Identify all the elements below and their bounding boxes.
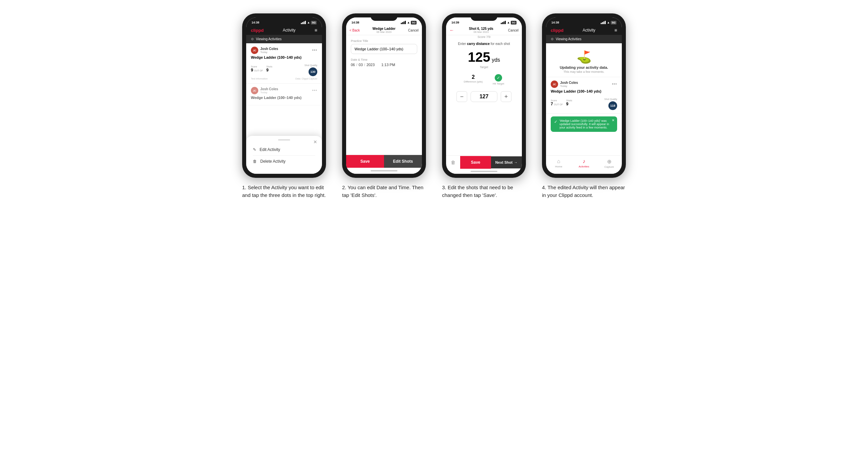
user-name-4: Josh Coles (560, 81, 578, 85)
back-arrow-3[interactable]: ← (450, 28, 454, 33)
outof-1: OUT OF (254, 69, 263, 72)
user-name-date-4: Josh Coles Today (560, 81, 578, 88)
phone-2-col: 14:38 ▲ 5G < Back (339, 13, 429, 199)
save-btn-2[interactable]: Save (346, 155, 384, 168)
viewing-activities-header-1: ⚙ Viewing Activities (246, 35, 322, 43)
metrics-row-3: 2 Difference (yds) ✓ Hit Target (446, 71, 522, 88)
s2-footer: Save Edit Shots (346, 155, 422, 168)
data-badge-4: 5G (611, 21, 616, 25)
menu-icon-4[interactable]: ≡ (615, 28, 617, 33)
avatar-4: JC (551, 81, 558, 88)
status-time-1: 14:38 (252, 21, 259, 24)
nav-bar-4: clippd Activity ≡ (546, 26, 622, 35)
status-icons-3: ▲ 5G (501, 21, 517, 25)
loading-title: Updating your activity data. (551, 65, 617, 69)
user-info-4: JC Josh Coles Today (551, 81, 578, 88)
score-group-1: Score 9 OUT OF (251, 65, 263, 72)
cancel-btn-3[interactable]: Cancel (508, 29, 519, 32)
phone-3-screen: 14:39 ▲ 5G ← (446, 18, 522, 174)
caption-2: 2. You can edit Date and Time. Then tap … (342, 184, 426, 199)
date-year[interactable]: 2023 (367, 63, 375, 67)
delete-icon: 🗑 (253, 159, 257, 164)
phone-4-col: 14:38 ▲ 5G clippd Act (539, 13, 629, 199)
caption-1: 1. Select the Activity you want to edit … (242, 184, 326, 199)
menu-icon-1[interactable]: ≡ (315, 28, 317, 33)
data-badge-3: 5G (511, 21, 517, 25)
distance-input[interactable] (470, 91, 497, 102)
hit-target-metric: ✓ Hit Target (493, 74, 504, 85)
signal-icon-4 (601, 21, 606, 24)
wifi-icon-1: ▲ (307, 21, 310, 24)
score-val-1: 9 (251, 68, 253, 72)
phone-1-frame: 14:38 ▲ 5G clippd Act (242, 13, 326, 178)
date-day[interactable]: 06 (351, 63, 355, 67)
delete-btn-3[interactable]: 🗑 (446, 156, 460, 169)
home-indicator-3 (446, 169, 522, 174)
three-dots-1[interactable]: ••• (312, 48, 317, 53)
nav-home[interactable]: ⌂ Home (546, 156, 571, 170)
edit-shots-btn[interactable]: Edit Shots (384, 155, 422, 168)
nav-bar-1: clippd Activity ≡ (246, 26, 322, 35)
nav-title-2: Wedge Ladder (373, 27, 396, 31)
user-date-1: Today (260, 51, 278, 54)
footer-left-1: Test Information (251, 77, 268, 80)
cancel-btn-2[interactable]: Cancel (408, 29, 418, 32)
shots-group-4: Shots 9 (566, 99, 572, 106)
nav-capture[interactable]: ⊕ Capture (597, 156, 622, 170)
card-top-row-2: JC Josh Coles Today ••• (251, 87, 317, 94)
score-outof-1: 9 OUT OF (251, 68, 263, 72)
sheet-handle-1 (278, 139, 290, 141)
date-time-label: Date & Time (351, 58, 417, 61)
nav-bar-3: ← Shot 6, 125 yds 06 Mar 2023 Cancel (446, 26, 522, 35)
edit-activity-item[interactable]: ✎ Edit Activity (253, 144, 315, 155)
shots-group-1: Shots 9 (266, 65, 272, 72)
activities-icon: ♪ (572, 158, 595, 164)
target-label-3: Target (446, 65, 522, 69)
phone-2-screen: 14:38 ▲ 5G < Back (346, 18, 422, 174)
nav-activities[interactable]: ♪ Activities (571, 156, 596, 170)
edit-activity-label: Edit Activity (259, 147, 280, 152)
status-icons-1: ▲ 5G (301, 21, 317, 25)
card-title-4: Wedge Ladder (100–140 yds) (551, 89, 617, 93)
avatar-1: JC (251, 46, 258, 54)
time-value[interactable]: 1:13 PM (381, 63, 395, 67)
score-outof-4: 7 OUT OF (551, 102, 563, 106)
bottom-sheet-1: ✕ ✎ Edit Activity 🗑 Delete Activity (246, 136, 322, 174)
user-info-2: JC Josh Coles Today (251, 87, 278, 94)
card-top-row-4: JC Josh Coles Today ••• (551, 81, 617, 88)
bottom-nav-4: ⌂ Home ♪ Activities ⊕ Capture (546, 155, 622, 170)
status-time-2: 14:38 (351, 21, 359, 24)
back-btn-2[interactable]: < Back (349, 29, 360, 32)
status-time-4: 14:38 (551, 21, 559, 24)
practice-title-input[interactable]: Wedge Ladder (100–140 yds) (351, 44, 417, 54)
increment-btn[interactable]: + (501, 91, 512, 102)
card-footer-1: Test Information Data: Clippd Capture (251, 77, 317, 80)
phone-1-col: 14:38 ▲ 5G clippd Act (239, 13, 329, 199)
sheet-close-btn[interactable]: ✕ (313, 139, 317, 145)
score-group-4: Score 7 OUT OF (551, 99, 563, 106)
phone-1-screen: 14:38 ▲ 5G clippd Act (246, 18, 322, 174)
check-icon: ✓ (554, 119, 557, 124)
big-distance-val: 125 (468, 50, 490, 64)
date-month[interactable]: 03 (359, 63, 363, 67)
delete-activity-item[interactable]: 🗑 Delete Activity (253, 156, 315, 167)
user-name-2: Josh Coles (260, 87, 278, 91)
user-name-date-2: Josh Coles Today (260, 87, 278, 94)
three-dots-2[interactable]: ••• (312, 88, 317, 93)
hit-target-label: Hit Target (493, 82, 504, 85)
card-top-row-1: JC Josh Coles Today ••• (251, 46, 317, 54)
difference-metric: 2 Difference (yds) (464, 74, 483, 85)
status-icons-4: ▲ 5G (601, 21, 616, 25)
filter-icon-1: ⚙ (251, 37, 254, 41)
user-name-date-1: Josh Coles Today (260, 47, 278, 54)
home-bar-3 (470, 171, 497, 172)
three-dots-4[interactable]: ••• (612, 82, 617, 87)
save-btn-3[interactable]: Save (460, 156, 491, 169)
notch-2 (371, 13, 398, 21)
success-toast: ✓ 'Wedge Ladder (100–140 yds)' was updat… (551, 117, 617, 132)
decrement-btn[interactable]: − (457, 91, 467, 102)
toast-close-btn[interactable]: ✕ (612, 118, 615, 122)
notch-3 (470, 13, 497, 21)
caption-3: 3. Edit the shots that need to be change… (442, 184, 526, 199)
next-shot-btn[interactable]: Next Shot → (491, 156, 522, 168)
